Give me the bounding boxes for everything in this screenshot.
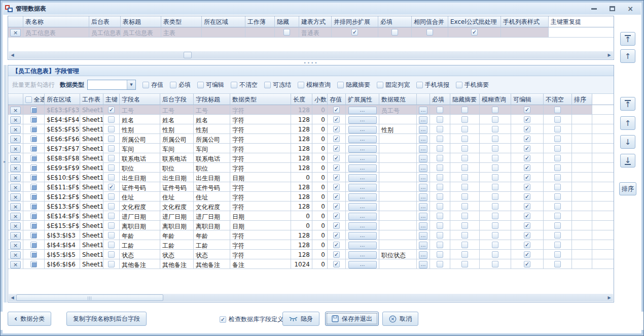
cell-data-spec[interactable] xyxy=(379,173,417,182)
cell-length[interactable]: 128 xyxy=(291,163,312,172)
required-checkbox[interactable] xyxy=(437,155,443,161)
hide-summary-checkbox[interactable] xyxy=(461,155,468,161)
row-select-checkbox[interactable] xyxy=(30,145,37,152)
fuzzy-search-checkbox[interactable] xyxy=(492,174,498,181)
field-row[interactable]: ×$E$9:$F$9Sheet1职位职位职位字符1280✓……✓ xyxy=(8,163,614,173)
no-clear-checkbox[interactable] xyxy=(554,251,561,258)
cell-decimals[interactable]: 0 xyxy=(312,182,328,191)
row-select-checkbox[interactable] xyxy=(30,193,37,200)
cell-field-name[interactable]: 证件号码 xyxy=(120,182,160,191)
editable-checkbox[interactable]: ✓ xyxy=(524,184,530,190)
cell-decimals[interactable]: 0 xyxy=(312,134,328,143)
cell-length[interactable]: 128 xyxy=(291,250,312,259)
delete-field-button[interactable]: × xyxy=(10,184,21,191)
row-select-checkbox[interactable] xyxy=(30,174,37,181)
toolbar-option-存值[interactable]: 存值 xyxy=(142,81,163,89)
option-checkbox[interactable] xyxy=(456,82,462,88)
field-move-bottom-button[interactable]: ↓ xyxy=(620,154,635,167)
delete-field-button[interactable]: × xyxy=(10,261,21,268)
cell-region[interactable]: $I$4:$I$4 xyxy=(45,240,80,249)
cell-backend-field[interactable]: 住址 xyxy=(160,192,194,201)
field-move-top-button[interactable]: ↑ xyxy=(620,97,635,111)
fuzzy-search-checkbox[interactable] xyxy=(492,126,498,132)
delete-field-button[interactable]: × xyxy=(10,145,21,153)
field-row[interactable]: ×$E$4:$F$4Sheet1姓名姓名姓名字符1280✓……✓ xyxy=(8,115,614,124)
row-select-checkbox[interactable] xyxy=(30,155,37,161)
field-row[interactable]: ×$I$4:$I$4Sheet1工龄工龄工龄字符1280✓……✓ xyxy=(8,240,614,250)
cell-field-name[interactable]: 其他备注 xyxy=(120,259,160,268)
row-select-checkbox[interactable] xyxy=(30,242,37,248)
scroll-track[interactable] xyxy=(16,51,605,59)
scroll-thumb[interactable] xyxy=(16,294,163,301)
cell-field-name[interactable]: 状态 xyxy=(120,250,160,259)
cell-data-spec[interactable] xyxy=(379,163,417,172)
pk-checkbox[interactable] xyxy=(108,213,115,219)
cell-region[interactable]: $E$3:$F$3 xyxy=(45,105,80,114)
sync-expand-checkbox[interactable]: ✓ xyxy=(351,29,358,36)
pk-checkbox[interactable] xyxy=(108,145,115,152)
field-row[interactable]: ×$E$13:$F$13Sheet1文化程度文化程度文化程度字符1280✓……✓ xyxy=(8,201,614,211)
hide-summary-checkbox[interactable] xyxy=(461,145,468,152)
fuzzy-search-checkbox[interactable] xyxy=(492,155,498,161)
cell-backend-table[interactable]: 员工信息表 xyxy=(89,27,121,37)
no-clear-checkbox[interactable] xyxy=(554,184,561,190)
toolbar-option-模糊查询[interactable]: 模糊查询 xyxy=(298,81,331,89)
toolbar-option-不清空[interactable]: 不清空 xyxy=(231,81,258,89)
cell-data-spec[interactable]: 员工号 xyxy=(379,105,417,114)
pk-checkbox[interactable] xyxy=(108,193,115,200)
pk-checkbox[interactable] xyxy=(108,251,115,258)
pk-checkbox[interactable] xyxy=(108,242,115,248)
cell-backend-field[interactable]: 文化程度 xyxy=(160,201,194,211)
column-header[interactable]: 所在区域 xyxy=(202,16,245,27)
cell-backend-field[interactable]: 姓名 xyxy=(160,115,194,124)
data-spec-button[interactable]: … xyxy=(419,193,427,201)
cell-sheet[interactable]: Sheet1 xyxy=(80,250,103,259)
cell-data-type[interactable]: 字符 xyxy=(230,240,291,249)
store-checkbox[interactable]: ✓ xyxy=(333,203,340,210)
cell-backend-field[interactable]: 联系电话 xyxy=(160,153,194,162)
cell-length[interactable]: 128 xyxy=(291,201,312,211)
cell-data-spec[interactable] xyxy=(379,144,417,153)
store-checkbox[interactable]: ✓ xyxy=(333,213,340,219)
editable-checkbox[interactable]: ✓ xyxy=(524,164,530,171)
editable-checkbox[interactable]: ✓ xyxy=(524,193,530,200)
field-move-down-button[interactable]: ↓ xyxy=(620,135,635,149)
cell-field-title[interactable]: 文化程度 xyxy=(194,201,230,211)
field-row[interactable]: ×$E$15:$F$15Sheet1离职日期离职日期离职日期日期00✓……✓ xyxy=(8,221,614,230)
extended-props-button[interactable]: … xyxy=(348,261,377,268)
cell-sort[interactable] xyxy=(572,163,592,172)
cell-field-name[interactable]: 车间 xyxy=(120,144,160,153)
cell-region[interactable]: $E$13:$F$13 xyxy=(45,201,80,211)
required-checkbox[interactable] xyxy=(391,29,398,36)
store-checkbox[interactable]: ✓ xyxy=(333,242,340,248)
scroll-track[interactable] xyxy=(16,294,605,301)
cancel-button[interactable]: 取消 xyxy=(382,312,418,326)
column-header[interactable]: 不清空 xyxy=(544,94,572,105)
close-button[interactable]: × xyxy=(625,5,636,13)
select-all-checkbox[interactable] xyxy=(25,96,32,103)
column-header[interactable]: 可编辑 xyxy=(511,94,544,105)
cell-sheet[interactable]: Sheet1 xyxy=(80,105,103,114)
row-select-checkbox[interactable] xyxy=(30,213,37,219)
hide-summary-checkbox[interactable] xyxy=(461,116,468,123)
cell-sort[interactable] xyxy=(572,105,592,114)
row-select-checkbox[interactable] xyxy=(30,164,37,171)
column-header[interactable]: 表类型 xyxy=(161,16,202,27)
cell-region[interactable]: $E$7:$F$7 xyxy=(45,144,80,153)
column-header[interactable]: 表标题 xyxy=(121,16,161,27)
required-checkbox[interactable] xyxy=(437,222,443,229)
column-header[interactable]: 工作表 xyxy=(80,94,103,105)
pk-checkbox[interactable] xyxy=(108,126,115,132)
cell-length[interactable]: 128 xyxy=(291,134,312,143)
cell-decimals[interactable]: 0 xyxy=(312,192,328,201)
cell-decimals[interactable]: 0 xyxy=(312,124,328,133)
hide-summary-checkbox[interactable] xyxy=(461,164,468,171)
cell-region[interactable]: $I$5:$I$5 xyxy=(45,250,80,259)
cell-sheet[interactable]: Sheet1 xyxy=(80,201,103,211)
cell-region[interactable]: $I$6:$I$6 xyxy=(45,259,80,268)
cell-data-spec[interactable] xyxy=(379,211,417,220)
cell-backend-field[interactable]: 所属公司 xyxy=(160,134,194,143)
cell-data-type[interactable]: 字符 xyxy=(230,134,291,143)
hide-summary-checkbox[interactable] xyxy=(461,107,468,113)
cell-decimals[interactable]: 0 xyxy=(312,201,328,211)
